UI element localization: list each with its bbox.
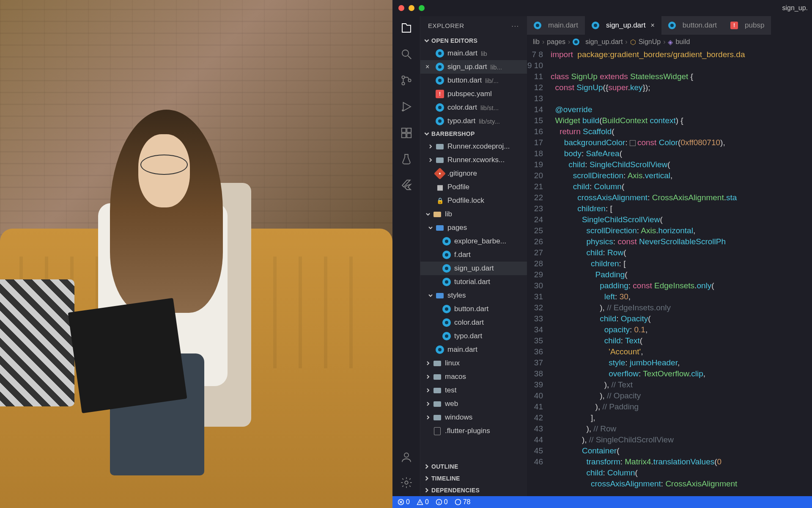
editor-tab[interactable]: button.dart	[661, 16, 724, 35]
file-tree-item[interactable]: sign_up.dart	[420, 262, 527, 275]
file-name: f.dart	[454, 251, 471, 259]
search-icon[interactable]	[400, 47, 413, 61]
file-name: .gitignore	[447, 169, 477, 178]
folder-icon	[433, 359, 442, 367]
status-errors[interactable]: 0	[398, 498, 410, 506]
svg-point-13	[455, 500, 461, 505]
file-tree-item[interactable]: windows	[420, 411, 527, 424]
file-tree-item[interactable]: Podfile	[420, 180, 527, 194]
file-tree-item[interactable]: macos	[420, 370, 527, 384]
file-tree-item[interactable]: main.dart	[420, 343, 527, 356]
project-header[interactable]: BARBERSHOP	[420, 128, 527, 140]
file-tree-item[interactable]: explore_barbe...	[420, 235, 527, 248]
editor-tabs: main.dartsign_up.dart×button.dartpubsp	[527, 16, 812, 35]
file-path-hint: lib/st...	[480, 104, 499, 111]
tab-label: pubsp	[745, 21, 764, 30]
status-info[interactable]: 0	[436, 498, 448, 506]
file-tree-item[interactable]: linux	[420, 356, 527, 370]
file-tree-item[interactable]: tutorial.dart	[420, 275, 527, 289]
timeline-header[interactable]: TIMELINE	[420, 472, 527, 484]
file-name: windows	[445, 413, 472, 422]
extensions-icon[interactable]	[400, 126, 413, 140]
breadcrumb-part[interactable]: lib	[533, 38, 540, 46]
testing-icon[interactable]	[400, 152, 413, 166]
close-tab-icon[interactable]: ×	[650, 22, 654, 29]
open-editors-header[interactable]: OPEN EDITORS	[420, 35, 527, 47]
file-tree-item[interactable]: f.dart	[420, 248, 527, 262]
code-editor[interactable]: 7 8 9 10 11 12 13 14 15 16 17 18 19 20 2…	[527, 49, 812, 496]
svg-point-9	[404, 453, 409, 457]
editor-tab[interactable]: pubsp	[724, 16, 771, 35]
file-tree-item[interactable]: color.dart	[420, 316, 527, 329]
maximize-window-button[interactable]	[419, 5, 425, 11]
file-name: web	[445, 400, 458, 408]
file-tree-item[interactable]: .gitignore	[420, 167, 527, 180]
editor-tab[interactable]: main.dart	[527, 16, 585, 35]
breadcrumb-part[interactable]: SignUp	[639, 38, 661, 46]
open-editor-item[interactable]: ×pubspec.yaml	[420, 87, 527, 101]
file-tree-item[interactable]: lib	[420, 207, 527, 221]
breadcrumb-part[interactable]: sign_up.dart	[585, 38, 623, 46]
window-title: sign_up.	[782, 4, 808, 12]
file-name: lib	[445, 210, 452, 218]
file-tree-item[interactable]: test	[420, 384, 527, 397]
warning-icon	[417, 499, 423, 505]
file-tree-item[interactable]: Podfile.lock	[420, 194, 527, 207]
dependencies-header[interactable]: DEPENDENCIES	[420, 484, 527, 496]
file-name: Runner.xcworks...	[447, 156, 505, 164]
editor-tab[interactable]: sign_up.dart×	[585, 16, 661, 35]
chevron-right-icon	[424, 464, 430, 469]
open-editor-item[interactable]: ×sign_up.dartlib...	[420, 60, 527, 74]
open-editor-item[interactable]: ×typo.dartlib/sty...	[420, 114, 527, 128]
chevron-right-icon	[424, 475, 430, 481]
breadcrumb[interactable]: lib › pages › sign_up.dart › ⬡ SignUp › …	[527, 35, 812, 49]
file-tree-item[interactable]: pages	[420, 221, 527, 235]
outline-header[interactable]: OUTLINE	[420, 461, 527, 472]
file-tree-item[interactable]: web	[420, 397, 527, 411]
file-tree-item[interactable]: button.dart	[420, 302, 527, 316]
accounts-icon[interactable]	[400, 450, 413, 464]
chevron-right-icon: ›	[625, 38, 627, 46]
svg-point-4	[402, 110, 403, 111]
folder-icon	[433, 386, 442, 395]
source-control-icon[interactable]	[400, 74, 413, 87]
explorer-more-icon[interactable]: ···	[511, 22, 519, 29]
method-icon: ◈	[668, 38, 673, 46]
run-debug-icon[interactable]	[400, 100, 413, 113]
file-tree-item[interactable]: styles	[420, 289, 527, 302]
file-tree-item[interactable]: typo.dart	[420, 329, 527, 343]
dart-file-icon	[668, 22, 676, 29]
breadcrumb-part[interactable]: pages	[547, 38, 565, 46]
tab-label: sign_up.dart	[606, 21, 646, 30]
code-content[interactable]: import package:gradient_borders/gradient…	[551, 49, 812, 496]
editor-column: main.dartsign_up.dart×button.dartpubsp l…	[527, 16, 812, 496]
chevron-right-icon: ›	[568, 38, 570, 46]
file-tree-item[interactable]: Runner.xcodeproj...	[420, 140, 527, 153]
breadcrumb-part[interactable]: build	[675, 38, 690, 46]
close-window-button[interactable]	[398, 5, 404, 11]
error-icon	[398, 499, 404, 505]
open-editor-item[interactable]: ×main.dartlib	[420, 47, 527, 60]
folder-open-icon	[433, 210, 442, 218]
file-path-hint: lib...	[491, 64, 502, 71]
folder-blue-icon	[436, 291, 444, 300]
folder-icon	[433, 413, 442, 422]
file-tree-item[interactable]: .flutter-plugins	[420, 424, 527, 438]
explorer-icon[interactable]	[400, 21, 413, 35]
settings-gear-icon[interactable]	[400, 476, 413, 489]
file-path-hint: lib/sty...	[479, 118, 500, 125]
minimize-window-button[interactable]	[409, 5, 414, 11]
status-other[interactable]: 78	[455, 498, 471, 506]
flutter-icon[interactable]	[400, 179, 413, 192]
open-editor-item[interactable]: ×color.dartlib/st...	[420, 101, 527, 114]
file-name: sign_up.dart	[447, 63, 487, 71]
dart-file-icon	[436, 103, 444, 112]
file-tree-item[interactable]: Runner.xcworks...	[420, 153, 527, 167]
close-icon[interactable]: ×	[425, 63, 432, 71]
open-editor-item[interactable]: ×button.dartlib/...	[420, 74, 527, 87]
status-warnings[interactable]: 0	[417, 498, 429, 506]
dart-icon	[442, 332, 451, 340]
activity-bar	[392, 16, 420, 496]
file-name: pages	[447, 224, 467, 232]
file-name: explore_barbe...	[454, 237, 506, 246]
